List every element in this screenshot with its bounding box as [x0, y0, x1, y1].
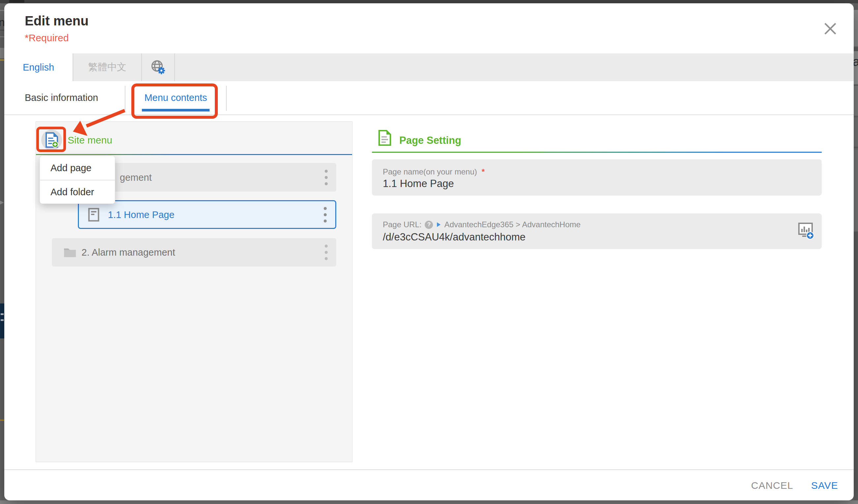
backdrop-fragment	[854, 148, 858, 149]
backdrop-fragment	[0, 30, 4, 31]
site-menu-panel: Site menu gement 1.1 Home Page	[36, 121, 352, 462]
page-name-label-text: Page name(on your menu)	[383, 167, 477, 177]
tab-menu-contents[interactable]: Menu contents	[141, 92, 211, 103]
menu-item-label: 2. Alarm management	[81, 247, 175, 258]
dialog-title: Edit menu	[25, 13, 89, 29]
page-url-field[interactable]: Page URL: ? AdvantechEdge365 > Advantech…	[372, 213, 822, 249]
backdrop-top-bar	[0, 0, 858, 3]
site-menu-underline	[36, 154, 352, 155]
menu-item-row[interactable]: 2. Alarm management	[52, 238, 336, 266]
page-setting-underline	[372, 152, 822, 153]
required-note: *Required	[25, 32, 69, 44]
globe-gear-icon	[150, 60, 166, 75]
add-page-button[interactable]	[41, 130, 62, 150]
backdrop-fragment	[0, 36, 4, 37]
backdrop-fragment	[854, 10, 858, 46]
page-setting-title: Page Setting	[399, 134, 461, 146]
page-name-label: Page name(on your menu)*	[383, 167, 485, 177]
page-url-label-row: Page URL: ? AdvantechEdge365 > Advantech…	[383, 220, 581, 229]
backdrop-arrow-fragment: ➤	[0, 198, 4, 207]
tabs-divider	[4, 114, 854, 115]
backdrop-fragment	[9, 0, 25, 3]
page-url-label-text: Page URL:	[383, 220, 422, 229]
page-url-value[interactable]: /d/e3cCSAU4k/advantechhome	[383, 231, 526, 243]
required-asterisk: *	[482, 167, 485, 177]
backdrop-fragment	[854, 46, 858, 47]
backdrop-fragment	[0, 48, 4, 59]
backdrop-right-strip: a	[854, 3, 858, 500]
menu-item-add-page[interactable]: Add page	[40, 156, 115, 180]
save-button[interactable]: SAVE	[811, 480, 838, 491]
add-dashboard-icon[interactable]	[798, 222, 815, 240]
folder-icon	[64, 247, 76, 258]
backdrop-fragment	[0, 10, 4, 11]
backdrop-fragment	[854, 117, 858, 147]
backdrop-left-strip: n ➤	[0, 3, 4, 500]
tab-separator	[226, 86, 227, 111]
backdrop-logo-fragment	[0, 304, 4, 338]
edit-menu-dialog: Edit menu *Required English 繁體中文	[4, 3, 854, 500]
close-button[interactable]	[819, 17, 842, 40]
page-setting-icon	[378, 130, 392, 146]
backdrop-bottom-strip	[0, 500, 858, 504]
page-icon	[88, 208, 99, 222]
backdrop-fragment	[854, 86, 858, 115]
backdrop-fragment	[0, 420, 4, 421]
tab-basic-information[interactable]: Basic information	[25, 92, 98, 103]
backdrop-text-fragment: n	[0, 16, 4, 28]
help-icon[interactable]: ?	[425, 221, 433, 229]
language-tab-strip: English 繁體中文	[4, 53, 854, 81]
page-name-value[interactable]: 1.1 Home Page	[383, 178, 454, 190]
menu-item-label: 1.1 Home Page	[108, 209, 175, 220]
breadcrumb-arrow-icon	[436, 222, 441, 227]
backdrop-fragment	[854, 149, 858, 231]
row-options-button[interactable]	[324, 207, 327, 222]
backdrop-fragment	[0, 59, 4, 61]
footer-divider	[4, 469, 854, 470]
page-name-field[interactable]: Page name(on your menu)* 1.1 Home Page	[372, 159, 822, 196]
tab-language-english[interactable]: English	[4, 53, 73, 81]
add-menu-popup: Add page Add folder	[39, 156, 115, 204]
tab-separator	[125, 86, 125, 111]
add-page-icon	[45, 132, 59, 148]
menu-item-row-selected[interactable]: 1.1 Home Page	[78, 200, 336, 229]
cancel-button[interactable]: CANCEL	[751, 480, 793, 491]
backdrop-fragment	[854, 84, 858, 85]
close-icon	[823, 21, 838, 36]
site-menu-title: Site menu	[68, 134, 112, 146]
backdrop-fragment	[854, 115, 858, 116]
tab-language-settings[interactable]	[141, 53, 175, 81]
row-options-button[interactable]	[325, 169, 328, 185]
tab-language-traditional-chinese[interactable]: 繁體中文	[73, 53, 141, 81]
page-url-breadcrumb: AdvantechEdge365 > AdvantechHome	[444, 220, 581, 229]
menu-item-label: gement	[120, 172, 152, 183]
row-options-button[interactable]	[325, 245, 328, 260]
backdrop-text-fragment: a	[854, 55, 858, 68]
active-tab-underline	[142, 109, 209, 112]
menu-item-add-folder[interactable]: Add folder	[40, 180, 115, 204]
